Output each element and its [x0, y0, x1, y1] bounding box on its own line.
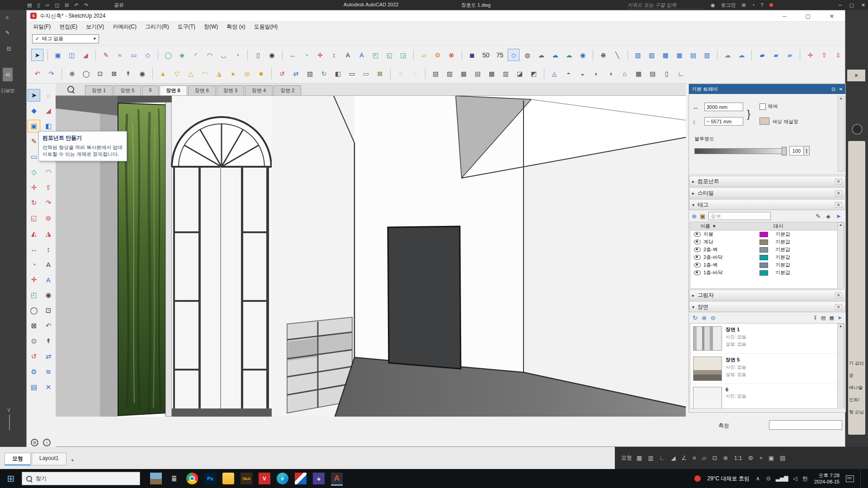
- pencil-icon[interactable]: ✎: [5, 30, 9, 36]
- search-scenes-icon[interactable]: [67, 86, 74, 93]
- workspace-gear-icon[interactable]: ⚙: [748, 455, 753, 461]
- tag-color-swatch[interactable]: [760, 263, 768, 268]
- section-close-icon[interactable]: ✕: [835, 202, 842, 208]
- start-button[interactable]: ⊞: [0, 469, 22, 488]
- tray-close-icon[interactable]: ✕: [839, 87, 843, 92]
- tag-visible-eye-icon[interactable]: [694, 232, 701, 237]
- opacity-spinner[interactable]: ▲▼: [804, 146, 810, 155]
- opacity-slider-handle[interactable]: [782, 147, 787, 155]
- toolbar-icon[interactable]: [247, 50, 248, 61]
- line-tool-label[interactable]: 선: [6, 45, 11, 52]
- section-fill-icon[interactable]: ◱: [383, 49, 396, 61]
- photoshop-icon[interactable]: Ps: [204, 473, 216, 484]
- redo-view-icon[interactable]: ↷: [45, 67, 57, 80]
- 3d-text-icon[interactable]: A: [42, 273, 55, 286]
- view-top-icon[interactable]: ◓: [562, 67, 575, 80]
- 3d-text-icon[interactable]: A: [356, 49, 368, 61]
- kakaotalk-icon[interactable]: TALK: [241, 473, 252, 484]
- toolbar-icon[interactable]: [627, 50, 628, 61]
- tag-visible-eye-icon[interactable]: [694, 247, 701, 252]
- corner-icon[interactable]: ∟: [675, 67, 687, 80]
- menu-item[interactable]: 편집(E): [59, 23, 77, 31]
- arc-icon[interactable]: ◜: [190, 49, 202, 61]
- view-left-icon[interactable]: ◐: [590, 67, 603, 80]
- tag-row[interactable]: 1층-바닥 기본값: [690, 269, 844, 277]
- sandbox-grid-1-icon[interactable]: ▧: [632, 49, 644, 61]
- shape-funnel-icon[interactable]: ▽: [171, 67, 183, 80]
- open-icon[interactable]: ▱: [45, 2, 49, 8]
- shape-sphere-icon[interactable]: ●: [227, 67, 239, 80]
- style-cube-5-icon[interactable]: ▩: [486, 67, 498, 80]
- page-icon[interactable]: ▯: [660, 67, 673, 80]
- new-drawing-icon[interactable]: ▯: [37, 2, 40, 8]
- hidden-icons-chevron[interactable]: ∧: [756, 475, 760, 482]
- rotate-icon[interactable]: ↻: [28, 197, 40, 209]
- view-right-icon[interactable]: ◑: [604, 67, 617, 80]
- component-swap-icon[interactable]: ◫: [66, 49, 78, 61]
- scene-tab[interactable]: 장면 5: [113, 85, 141, 95]
- tray-header[interactable]: 기본 트레이 ⊡ ✕: [689, 84, 845, 94]
- dimension-icon[interactable]: ↕: [42, 243, 55, 255]
- scene-thumbnail[interactable]: [693, 387, 722, 409]
- scale-icon[interactable]: ◱: [28, 212, 40, 225]
- sketchup-app-icon[interactable]: [295, 473, 307, 484]
- texture-height-input[interactable]: ~ 5571 mm: [704, 117, 743, 126]
- weather-status[interactable]: 29°C 대체로 흐림: [707, 475, 749, 483]
- tag-visible-eye-icon[interactable]: [694, 255, 701, 260]
- sort-caret-icon[interactable]: ▾: [713, 223, 716, 229]
- tag-visible-eye-icon[interactable]: [694, 239, 701, 244]
- tag-details-icon[interactable]: ➤: [836, 213, 841, 220]
- photos-thumbnail-icon[interactable]: [150, 473, 162, 484]
- menu-item[interactable]: 창(W): [204, 23, 218, 31]
- toolbar-icon[interactable]: [717, 50, 717, 61]
- toolbar-icon[interactable]: [413, 50, 414, 61]
- zoom-icon[interactable]: ◯: [80, 67, 92, 80]
- two-point-arc-icon[interactable]: ◠: [204, 49, 216, 61]
- pan-icon[interactable]: ⇄: [290, 67, 302, 80]
- remove-scene-icon[interactable]: ⊖: [711, 314, 716, 321]
- lift-up-icon[interactable]: ⇧: [818, 49, 830, 61]
- text-icon[interactable]: A: [342, 49, 354, 61]
- tag-dash-value[interactable]: 기본값: [775, 231, 790, 238]
- shape-tool-icon[interactable]: ◆: [28, 104, 40, 117]
- view-front-icon[interactable]: ◒: [576, 67, 589, 80]
- cloud-upload-icon[interactable]: ☁: [563, 49, 575, 61]
- protractor-icon[interactable]: ◔: [300, 49, 312, 61]
- tag-row[interactable]: 2층-바닥 기본값: [690, 253, 844, 261]
- palette-close-icon[interactable]: ✕: [847, 70, 865, 81]
- sketchup-titlebar[interactable]: S 수지신축* - SketchUp 2024 ─ ▢ ✕: [27, 10, 845, 22]
- tag-search-input[interactable]: 검색: [708, 212, 771, 220]
- pinned-app-icon[interactable]: ≣: [168, 473, 180, 484]
- scene-tab[interactable]: 장면 1: [85, 85, 113, 95]
- view-iso-icon[interactable]: ◬: [548, 67, 561, 80]
- axes-icon[interactable]: ✛: [314, 49, 326, 61]
- tags-table-header[interactable]: 이름▾ 대시: [690, 222, 844, 230]
- grid-display-icon[interactable]: ▦: [637, 455, 642, 461]
- print-icon[interactable]: ⊟: [65, 2, 69, 8]
- palette-text-fragment[interactable]: 인트/: [849, 397, 867, 403]
- section-header-shadows[interactable]: ▸ 그림자 ✕: [689, 290, 845, 300]
- section-close-icon[interactable]: ✕: [835, 292, 842, 298]
- taskbar-clock[interactable]: 오후 7:28 2024-08-15: [814, 472, 840, 485]
- monitor-2-icon[interactable]: ▭: [360, 67, 372, 80]
- shape-box-icon[interactable]: ■: [255, 67, 267, 80]
- signin-avatar-icon[interactable]: ◉: [711, 2, 715, 8]
- annotation-plus-icon[interactable]: +: [759, 455, 763, 461]
- section-close-icon[interactable]: ✕: [835, 304, 842, 310]
- cloud-add-icon[interactable]: ☁: [736, 49, 748, 61]
- section-close-icon[interactable]: ✕: [835, 190, 842, 196]
- undo-icon[interactable]: ↶: [75, 2, 79, 8]
- add-tag-folder-icon[interactable]: ▣: [700, 213, 705, 220]
- style-cube-8-icon[interactable]: ◩: [528, 67, 540, 80]
- style-75-icon[interactable]: 75: [494, 49, 506, 61]
- match-photo-icon[interactable]: ◧: [332, 67, 344, 80]
- scene-list-item[interactable]: 장면 1 사진: 없음 설명: 없음: [690, 324, 844, 354]
- palette-autohide-icon[interactable]: [852, 124, 863, 135]
- measurement-input[interactable]: [769, 420, 842, 430]
- edit-pencil-icon[interactable]: ✎: [816, 213, 821, 220]
- lock-icon[interactable]: ⊠: [374, 67, 386, 80]
- add-layout-button[interactable]: +: [67, 455, 78, 465]
- help-icon[interactable]: ?: [760, 2, 763, 8]
- table-icon[interactable]: ▤: [646, 67, 659, 80]
- push-pull-icon[interactable]: ⇧: [42, 181, 55, 194]
